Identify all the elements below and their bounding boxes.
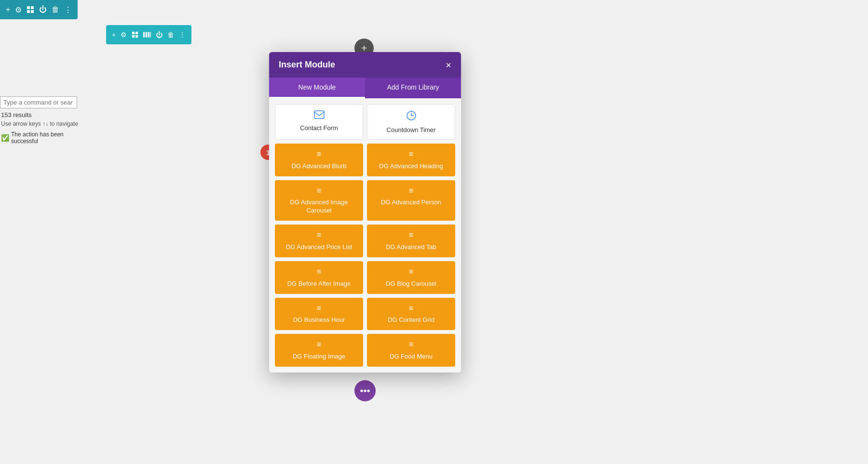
toolbar-layout[interactable] <box>27 6 34 13</box>
menu-lines-icon-2: ≡ <box>409 149 413 159</box>
svg-rect-3 <box>31 10 34 13</box>
success-message: ✅ The action has been successful <box>1 131 87 145</box>
sec-toolbar-delete[interactable]: 🗑 <box>167 31 174 39</box>
module-dg-advanced-person[interactable]: ≡ DG Advanced Person <box>367 180 455 221</box>
add-section-bottom-button[interactable]: ••• <box>354 380 376 401</box>
menu-lines-icon-3: ≡ <box>317 186 321 196</box>
toolbar-more[interactable]: ⋮ <box>64 5 72 14</box>
modal-tabs: New Module Add From Library <box>269 78 461 98</box>
module-countdown-timer[interactable]: Countdown Timer <box>367 104 455 140</box>
module-dg-advanced-blurb[interactable]: ≡ DG Advanced Blurb <box>275 144 363 176</box>
svg-rect-7 <box>136 35 138 38</box>
svg-rect-1 <box>31 6 34 9</box>
modal-header: Insert Module × <box>269 52 461 78</box>
toolbar-add[interactable]: + <box>6 5 10 14</box>
toolbar-delete[interactable]: 🗑 <box>52 5 59 14</box>
menu-lines-icon-4: ≡ <box>409 186 413 196</box>
module-dg-advanced-price-list[interactable]: ≡ DG Advanced Price List <box>275 225 363 257</box>
svg-rect-11 <box>150 32 151 37</box>
secondary-toolbar: + ⚙ ⏻ 🗑 ⋮ <box>106 25 191 44</box>
toolbar-power[interactable]: ⏻ <box>39 5 47 14</box>
search-input[interactable] <box>0 96 77 108</box>
contact-form-label: Contact Form <box>300 124 338 132</box>
svg-rect-6 <box>132 35 135 38</box>
sec-toolbar-add[interactable]: + <box>112 31 116 39</box>
left-panel: 153 results Use arrow keys ↑↓ to navigat… <box>0 96 87 145</box>
modal-title: Insert Module <box>279 60 335 70</box>
contact-form-icon <box>314 110 325 121</box>
svg-rect-5 <box>136 32 138 34</box>
top-toolbar: + ⚙ ⏻ 🗑 ⋮ <box>0 0 78 19</box>
modal-body: Contact Form Countdown Timer ≡ DG Advanc <box>269 98 461 372</box>
module-dg-business-hour[interactable]: ≡ DG Business Hour <box>275 298 363 331</box>
svg-rect-10 <box>148 32 149 37</box>
menu-lines-icon-10: ≡ <box>409 304 413 314</box>
tab-add-from-library[interactable]: Add From Library <box>365 78 461 98</box>
module-contact-form[interactable]: Contact Form <box>275 104 363 140</box>
menu-lines-icon-6: ≡ <box>409 230 413 240</box>
menu-lines-icon-12: ≡ <box>409 340 413 350</box>
nav-hint: Use arrow keys ↑↓ to navigate <box>1 120 87 127</box>
success-icon: ✅ <box>1 134 9 142</box>
svg-rect-9 <box>146 32 147 37</box>
sec-toolbar-power[interactable]: ⏻ <box>156 31 163 39</box>
countdown-timer-label: Countdown Timer <box>387 126 436 133</box>
svg-rect-2 <box>27 10 30 13</box>
toolbar-settings[interactable]: ⚙ <box>15 5 22 14</box>
svg-rect-4 <box>132 32 135 34</box>
sec-toolbar-columns[interactable] <box>143 31 151 38</box>
menu-lines-icon-5: ≡ <box>317 230 321 240</box>
menu-lines-icon-7: ≡ <box>317 267 321 277</box>
results-count: 153 results <box>1 111 87 119</box>
module-dg-advanced-tab[interactable]: ≡ DG Advanced Tab <box>367 225 455 257</box>
modules-grid: ≡ DG Advanced Blurb ≡ DG Advanced Headin… <box>275 144 455 367</box>
menu-lines-icon-8: ≡ <box>409 267 413 277</box>
module-dg-before-after-image[interactable]: ≡ DG Before After Image <box>275 261 363 294</box>
menu-lines-icon-9: ≡ <box>317 304 321 314</box>
countdown-timer-icon <box>406 110 417 123</box>
insert-module-modal: Insert Module × New Module Add From Libr… <box>269 52 461 372</box>
sec-toolbar-more[interactable]: ⋮ <box>179 31 186 39</box>
menu-lines-icon-11: ≡ <box>317 340 321 350</box>
module-dg-blog-carousel[interactable]: ≡ DG Blog Carousel <box>367 261 455 294</box>
svg-rect-8 <box>143 32 145 37</box>
module-dg-advanced-image-carousel[interactable]: ≡ DG Advanced Image Carousel <box>275 180 363 221</box>
modal-close-button[interactable]: × <box>446 60 451 70</box>
svg-rect-0 <box>27 6 30 9</box>
module-dg-advanced-heading[interactable]: ≡ DG Advanced Heading <box>367 144 455 176</box>
module-dg-floating-image[interactable]: ≡ DG Floating Image <box>275 334 363 367</box>
module-dg-food-menu[interactable]: ≡ DG Food Menu <box>367 334 455 367</box>
module-dg-content-grid[interactable]: ≡ DG Content Grid <box>367 298 455 331</box>
tab-new-module[interactable]: New Module <box>269 78 365 98</box>
sec-toolbar-layout[interactable] <box>132 31 138 38</box>
standard-modules-row: Contact Form Countdown Timer <box>275 104 455 140</box>
svg-rect-12 <box>314 111 324 119</box>
sec-toolbar-settings[interactable]: ⚙ <box>121 31 127 39</box>
menu-lines-icon: ≡ <box>317 149 321 159</box>
